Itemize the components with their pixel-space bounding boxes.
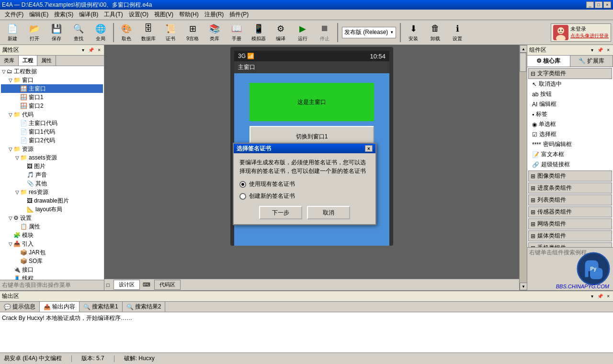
modal-overlay: 选择签名证书 × 要编译生成发布版，必须使用签名证书，您可以选择现有的签名证书，…: [0, 0, 613, 364]
radio-new-circle[interactable]: [239, 193, 246, 200]
modal-close-button[interactable]: ×: [365, 145, 373, 152]
radio-use-existing[interactable]: 使用现有签名证书: [239, 180, 370, 188]
modal-buttons: 下一步 取消: [239, 206, 370, 219]
modal-title-bar: 选择签名证书 ×: [234, 144, 375, 153]
modal-title: 选择签名证书: [237, 145, 271, 153]
modal-next-button[interactable]: 下一步: [259, 206, 302, 219]
modal-cancel-button[interactable]: 取消: [307, 206, 350, 219]
radio-existing-circle[interactable]: [239, 181, 246, 188]
radio-create-new[interactable]: 创建新的签名证书: [239, 192, 370, 200]
cert-dialog: 选择签名证书 × 要编译生成发布版，必须使用签名证书，您可以选择现有的签名证书，…: [233, 143, 376, 225]
modal-description: 要编译生成发布版，必须使用签名证书，您可以选择现有的签名证书，也可以创建一个新的…: [239, 158, 370, 175]
modal-body: 要编译生成发布版，必须使用签名证书，您可以选择现有的签名证书，也可以创建一个新的…: [234, 153, 375, 224]
